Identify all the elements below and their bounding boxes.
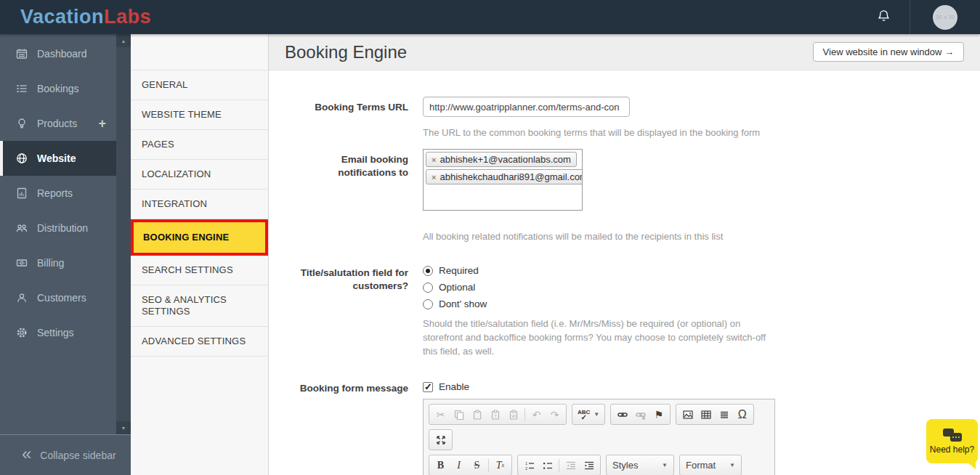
booking-terms-row: Booking Terms URL The URL to the common …	[285, 97, 980, 139]
page-header: Booking Engine View website in new windo…	[269, 34, 980, 70]
format-dropdown[interactable]: Format ▼	[679, 455, 742, 475]
scroll-down-icon[interactable]: ▼	[116, 421, 131, 434]
editor-toolbar: ✂ T	[424, 399, 774, 475]
special-character-icon[interactable]: Ω	[733, 405, 751, 423]
logo-part-2: Labs	[104, 6, 151, 28]
horizontal-line-icon[interactable]	[715, 405, 733, 423]
bold-icon[interactable]: B	[432, 456, 450, 474]
bell-icon	[877, 9, 891, 25]
submenu-item-pages[interactable]: PAGES	[131, 130, 268, 160]
sidebar-scrollbar[interactable]: ▲ ▼	[116, 34, 131, 434]
submenu-item-website-theme[interactable]: WEBSITE THEME	[131, 100, 268, 130]
indent-icon[interactable]	[580, 456, 598, 474]
submenu-item-advanced-settings[interactable]: ADVANCED SETTINGS	[131, 327, 268, 357]
view-website-button[interactable]: View website in new window →	[813, 42, 964, 62]
undo-icon[interactable]: ↶	[527, 405, 546, 423]
enable-checkbox-row[interactable]: Enable	[423, 378, 775, 392]
svg-text:T: T	[494, 414, 497, 418]
salutation-option-required[interactable]: Required	[423, 265, 772, 276]
copy-icon[interactable]	[450, 405, 468, 423]
remove-format-icon[interactable]: Tx	[491, 456, 509, 474]
email-tags-input[interactable]: × abhishek+1@vacationlabs.com × abhishek…	[423, 149, 583, 211]
sidebar-item-label: Reports	[37, 187, 73, 199]
sidebar-item-label: Products	[37, 118, 77, 129]
paste-icon[interactable]	[468, 405, 486, 423]
toolbar-separator	[525, 408, 525, 421]
booking-form-message-label: Booking form message	[285, 378, 408, 475]
remove-tag-icon[interactable]: ×	[432, 155, 436, 164]
styles-dropdown[interactable]: Styles ▼	[606, 455, 674, 475]
format-dropdown-label: Format	[686, 460, 716, 471]
chevron-down-icon: ▼	[729, 462, 735, 468]
submenu-item-search-settings[interactable]: SEARCH SETTINGS	[131, 256, 268, 285]
toolbar-separator	[559, 459, 559, 472]
sidebar-item-label: Website	[37, 153, 76, 164]
required-radio[interactable]	[423, 266, 433, 276]
dont-show-radio[interactable]	[423, 299, 433, 309]
styles-dropdown-label: Styles	[612, 460, 638, 471]
sidebar-item-label: Dashboard	[37, 48, 87, 60]
optional-radio[interactable]	[423, 283, 433, 293]
remove-tag-icon[interactable]: ×	[432, 173, 436, 182]
salutation-option-dont-show[interactable]: Dont' show	[423, 299, 772, 309]
submenu-item-general[interactable]: GENERAL	[131, 70, 268, 100]
need-help-label: Need help?	[930, 444, 974, 455]
insert-group: Ω	[676, 404, 754, 425]
submenu-item-booking-engine[interactable]: BOOKING ENGINE	[131, 219, 268, 256]
scroll-up-icon[interactable]: ▲	[116, 34, 131, 47]
spellcheck-icon[interactable]: ABC✓ ▼	[575, 410, 602, 420]
bulleted-list-icon[interactable]	[538, 456, 556, 474]
sidebar-item-products[interactable]: Products +	[0, 106, 116, 141]
salutation-option-optional[interactable]: Optional	[423, 282, 772, 293]
submenu-item-seo-analytics-settings[interactable]: SEO & ANALYTICS SETTINGS	[131, 285, 268, 327]
booking-terms-help: The URL to the common booking terms that…	[423, 126, 760, 139]
email-tag-value: abhishekchaudhari891@gmail.com	[440, 171, 583, 182]
customer-icon	[15, 292, 28, 304]
radio-label: Dont' show	[439, 299, 487, 309]
maximize-group	[429, 429, 453, 450]
need-help-button[interactable]: Need help?	[926, 419, 978, 463]
collapse-sidebar-button[interactable]: « Collapse sidebar	[0, 434, 131, 475]
image-icon[interactable]	[679, 405, 697, 423]
submenu-item-localization[interactable]: LOCALIZATION	[131, 160, 268, 190]
sidebar-item-reports[interactable]: Reports	[0, 176, 116, 211]
calendar-icon	[15, 48, 28, 60]
user-menu-button[interactable]: 30 x 30	[910, 0, 980, 34]
list-group: 12	[517, 455, 601, 475]
unlink-icon[interactable]	[631, 405, 649, 423]
sidebar-item-bookings[interactable]: Bookings	[0, 71, 116, 106]
sidebar-item-customers[interactable]: Customers	[0, 280, 116, 315]
sidebar-item-distribution[interactable]: Distribution	[0, 211, 116, 245]
link-icon[interactable]	[613, 405, 631, 423]
sidebar-item-billing[interactable]: Billing	[0, 245, 116, 280]
sidebar-item-dashboard[interactable]: Dashboard	[0, 36, 116, 71]
booking-terms-url-input[interactable]	[423, 97, 630, 117]
table-icon[interactable]	[697, 405, 715, 423]
sidebar-item-label: Settings	[37, 327, 74, 338]
notifications-button[interactable]	[857, 0, 910, 34]
anchor-flag-icon[interactable]: ⚑	[649, 405, 668, 423]
paste-as-text-icon[interactable]: T	[486, 405, 504, 423]
vacationlabs-logo[interactable]: VacationLabs	[20, 6, 151, 28]
strikethrough-icon[interactable]: S	[468, 456, 486, 474]
radio-label: Required	[439, 265, 479, 276]
logo-part-1: Vacation	[20, 6, 104, 28]
redo-icon[interactable]: ↷	[546, 405, 564, 423]
italic-icon[interactable]: I	[450, 456, 468, 474]
sidebar: Dashboard Bookings Products + Website	[0, 34, 131, 475]
globe-icon	[15, 153, 28, 165]
submenu-item-integration[interactable]: INTEGRATION	[131, 190, 268, 219]
enable-checkbox[interactable]	[423, 382, 433, 392]
topbar-right: 30 x 30	[857, 0, 980, 34]
sidebar-item-website[interactable]: Website	[0, 141, 116, 176]
avatar: 30 x 30	[933, 5, 957, 30]
outdent-icon[interactable]	[562, 456, 580, 474]
top-navbar: VacationLabs 30 x 30	[0, 0, 980, 34]
add-product-button[interactable]: +	[98, 116, 106, 131]
paste-from-word-icon[interactable]: W	[504, 405, 522, 423]
sidebar-item-settings[interactable]: Settings	[0, 315, 116, 350]
cut-icon[interactable]: ✂	[432, 405, 450, 423]
email-notifications-help: All booking related notifications will b…	[423, 230, 723, 243]
maximize-icon[interactable]	[432, 431, 450, 449]
numbered-list-icon[interactable]: 12	[520, 456, 538, 474]
